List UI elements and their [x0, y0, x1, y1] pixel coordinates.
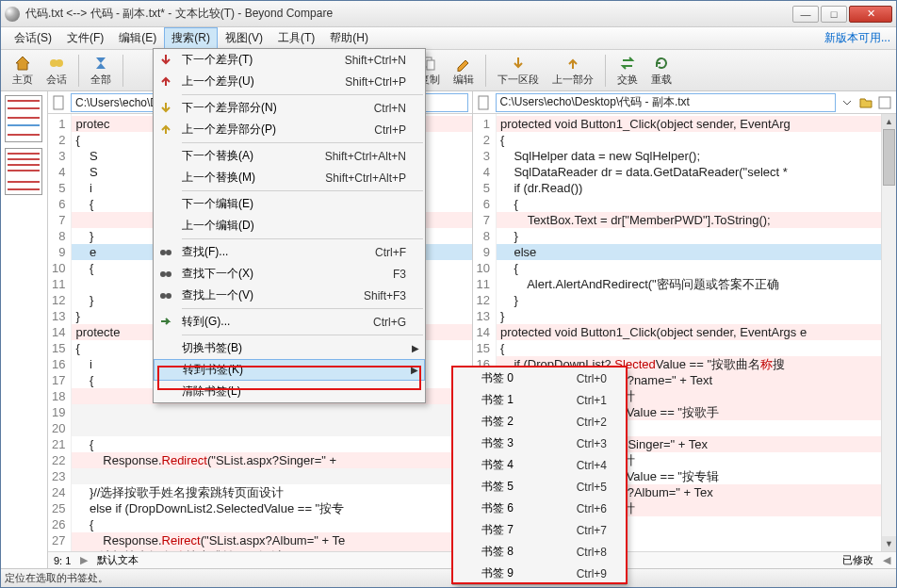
svg-rect-4 [54, 96, 63, 109]
code-line[interactable]: { [497, 196, 896, 212]
menu-search[interactable]: 搜索(R) [164, 27, 218, 49]
thumb-1[interactable] [5, 95, 42, 142]
code-line[interactable]: SqlHelper data = new SqlHelper(); [497, 148, 896, 164]
code-line[interactable]: }//选择按歌手姓名搜索跳转页面设计 [72, 484, 471, 500]
left-status: 9: 1 ▶ 默认文本 [48, 551, 472, 568]
scroll-up-icon[interactable]: ▲ [882, 114, 896, 129]
binoculars-down-icon [159, 267, 174, 282]
menu-tools[interactable]: 工具(T) [270, 27, 322, 49]
goto-icon [159, 315, 174, 330]
menu-item[interactable]: 下一个编辑(E) [154, 193, 425, 215]
minimize-button[interactable]: — [792, 6, 819, 23]
code-line[interactable]: Alert.AlertAndRedirect("密码问题或答案不正确 [497, 276, 896, 292]
code-line[interactable]: protected void Button1_Click(object send… [497, 324, 896, 340]
bookmark-item[interactable]: 书签 5Ctrl+5 [453, 476, 626, 498]
menu-edit[interactable]: 编辑(E) [111, 27, 164, 49]
code-line[interactable]: { [497, 260, 896, 276]
submenu-arrow-icon: ▶ [411, 365, 418, 375]
tb-prev-section[interactable]: 上一部分 [546, 53, 599, 89]
menu-item[interactable]: 下一个差异(T)Shift+Ctrl+N [154, 49, 425, 71]
browse-icon[interactable] [858, 95, 873, 110]
menu-item[interactable]: 查找(F)...Ctrl+F [154, 241, 425, 263]
menu-item[interactable]: 清除书签(L) [154, 381, 425, 402]
menu-item[interactable]: 下一个差异部分(N)Ctrl+N [154, 97, 425, 119]
code-line[interactable]: { [497, 132, 896, 148]
bookmark-item[interactable]: 书签 1Ctrl+1 [453, 389, 626, 411]
tb-swap[interactable]: 交换 [612, 53, 644, 89]
tb-all[interactable]: 全部 [85, 53, 117, 89]
tb-home[interactable]: 主页 [7, 53, 39, 89]
bookmark-item[interactable]: 书签 4Ctrl+4 [453, 454, 626, 476]
code-line[interactable]: } [497, 308, 896, 324]
compare-panes: 1234567891011121314151617181920212223242… [1, 91, 896, 568]
bookmark-item[interactable]: 书签 6Ctrl+6 [453, 498, 626, 519]
thumb-2[interactable] [5, 148, 42, 195]
tb-sessions[interactable]: 会话 [41, 53, 73, 89]
menu-item[interactable]: 下一个替换(A)Shift+Ctrl+Alt+N [154, 145, 425, 167]
code-line[interactable] [72, 404, 471, 420]
svg-point-1 [56, 59, 63, 67]
all-icon [92, 55, 109, 72]
bookmark-item[interactable]: 书签 0Ctrl+0 [453, 368, 626, 389]
menu-item[interactable]: 上一个差异部分(P)Ctrl+P [154, 119, 425, 140]
menu-view[interactable]: 视图(V) [218, 27, 270, 49]
tb-reload[interactable]: 重载 [645, 53, 677, 89]
right-path-input[interactable] [496, 93, 837, 112]
code-line[interactable]: SqlDataReader dr = data.GetDataReader("s… [497, 164, 896, 180]
code-line[interactable]: Response.Reirect("SList.aspx?Album=" + T… [72, 532, 471, 548]
menu-item[interactable]: 上一个替换(M)Shift+Ctrl+Alt+P [154, 167, 425, 188]
menu-item[interactable]: 上一个编辑(D) [154, 215, 425, 237]
code-line[interactable]: } [497, 228, 896, 244]
tb-next-section[interactable]: 下一区段 [492, 53, 545, 89]
titlebar: 代码.txt <--> 代码 - 副本.txt* - 文本比较(T) - Bey… [1, 1, 896, 27]
bookmark-item[interactable]: 书签 3Ctrl+3 [453, 433, 626, 454]
dropdown-icon[interactable] [840, 95, 855, 110]
prev-section-icon [564, 55, 581, 72]
code-line[interactable] [72, 420, 471, 436]
next-section-icon [510, 55, 527, 72]
menu-item[interactable]: 转到(G)...Ctrl+G [154, 311, 425, 333]
bookmark-item[interactable]: 书签 2Ctrl+2 [453, 411, 626, 433]
menu-session[interactable]: 会话(S) [7, 27, 59, 49]
code-line[interactable]: protected void Button1_Click(object send… [497, 116, 896, 132]
svg-rect-5 [479, 96, 488, 109]
code-line[interactable]: else if (DropDownList2.SelectedValue == … [72, 500, 471, 516]
svg-point-9 [160, 271, 166, 277]
bookmark-item[interactable]: 书签 7Ctrl+7 [453, 519, 626, 541]
tb-edit[interactable]: 编辑 [448, 53, 480, 89]
right-pathbar [473, 91, 897, 114]
svg-point-11 [160, 293, 166, 299]
code-line[interactable]: { [72, 436, 471, 452]
close-button[interactable]: ✕ [849, 6, 892, 23]
bookmark-item[interactable]: 书签 8Ctrl+8 [453, 541, 626, 563]
right-scrollbar[interactable]: ▲ ▼ [881, 114, 896, 551]
file-icon [52, 95, 67, 110]
menu-item[interactable]: 切换书签(B)▶ [154, 337, 425, 359]
code-line[interactable]: } [497, 292, 896, 308]
code-line[interactable]: { [72, 516, 471, 532]
open-icon[interactable] [877, 95, 892, 110]
code-line[interactable]: else [497, 244, 896, 260]
menu-item[interactable]: 查找下一个(X)F3 [154, 263, 425, 285]
code-line[interactable]: TextBox.Text = dr["MemberPWD"].ToString(… [497, 212, 896, 228]
scroll-down-icon[interactable]: ▼ [882, 536, 896, 551]
edit-icon [455, 55, 472, 72]
menu-item[interactable]: 查找上一个(V)Shift+F3 [154, 285, 425, 306]
code-line[interactable]: Response.Redirect("SList.aspx?Singer=" + [72, 452, 471, 468]
code-line[interactable] [72, 468, 471, 484]
app-icon [5, 7, 20, 22]
menu-file[interactable]: 文件(F) [59, 27, 111, 49]
swap-icon [619, 55, 636, 72]
window-title: 代码.txt <--> 代码 - 副本.txt* - 文本比较(T) - Bey… [25, 6, 792, 22]
menu-item[interactable]: 上一个差异(U)Shift+Ctrl+P [154, 71, 425, 92]
code-line[interactable]: }//选择按专辑名称搜索跳转页面设计 [72, 548, 471, 551]
reload-icon [653, 55, 670, 72]
code-line[interactable]: if (dr.Read()) [497, 180, 896, 196]
cursor-pos: 9: 1 [54, 555, 71, 566]
menu-help[interactable]: 帮助(H) [322, 27, 376, 49]
bookmark-item[interactable]: 书签 9Ctrl+9 [453, 563, 626, 584]
maximize-button[interactable]: □ [821, 6, 847, 23]
code-line[interactable]: { [497, 340, 896, 356]
new-version-link[interactable]: 新版本可用... [824, 30, 890, 46]
menu-item[interactable]: 转到书签(K)▶ [154, 359, 425, 381]
